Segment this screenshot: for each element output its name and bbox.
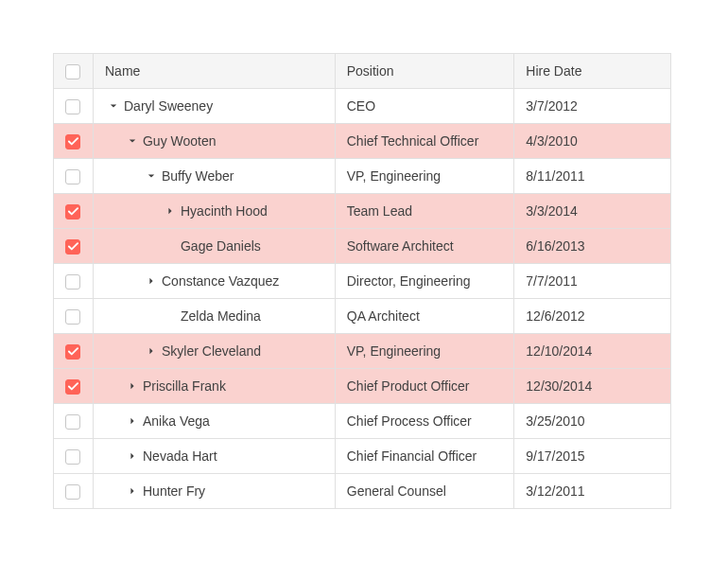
hire-date-cell: 8/11/2011 <box>514 159 671 194</box>
table-row[interactable]: Nevada HartChief Financial Officer9/17/2… <box>54 439 671 474</box>
row-checkbox[interactable] <box>65 134 80 149</box>
table-row[interactable]: Hyacinth HoodTeam Lead3/3/2014 <box>54 194 671 229</box>
row-checkbox-cell <box>54 334 94 369</box>
hire-date-cell: 3/7/2012 <box>514 89 671 124</box>
row-checkbox-cell <box>54 159 94 194</box>
name-cell: Nevada Hart <box>93 439 335 474</box>
expand-icon[interactable] <box>147 346 156 356</box>
name-cell: Hyacinth Hood <box>93 194 335 229</box>
table-row[interactable]: Zelda MedinaQA Architect12/6/2012 <box>54 299 671 334</box>
position-cell: Chief Process Officer <box>335 404 514 439</box>
hire-date-cell: 9/17/2015 <box>514 439 671 474</box>
name-cell: Buffy Weber <box>93 159 335 194</box>
employee-name: Skyler Cleveland <box>162 343 261 359</box>
hire-date-cell: 3/25/2010 <box>514 404 671 439</box>
name-cell: Constance Vazquez <box>93 264 335 299</box>
row-checkbox[interactable] <box>65 449 80 465</box>
expand-icon[interactable] <box>147 276 156 286</box>
position-cell: Chief Financial Officer <box>335 439 514 474</box>
position-cell: Team Lead <box>335 194 514 229</box>
name-cell: Daryl Sweeney <box>93 89 335 124</box>
name-cell: Priscilla Frank <box>93 369 335 404</box>
table-row[interactable]: Anika VegaChief Process Officer3/25/2010 <box>54 404 671 439</box>
row-checkbox-cell <box>54 229 94 264</box>
row-checkbox[interactable] <box>65 239 80 255</box>
expand-icon[interactable] <box>128 381 137 391</box>
name-cell: Skyler Cleveland <box>93 334 335 369</box>
name-cell: Gage Daniels <box>93 229 335 264</box>
expand-icon[interactable] <box>128 451 137 461</box>
employee-name: Daryl Sweeney <box>124 98 213 114</box>
row-checkbox[interactable] <box>65 274 80 290</box>
hire-date-cell: 12/10/2014 <box>514 334 671 369</box>
table-body: Daryl SweeneyCEO3/7/2012Guy WootenChief … <box>54 89 671 509</box>
header-checkbox-cell <box>54 54 94 89</box>
header-hire[interactable]: Hire Date <box>514 54 671 89</box>
row-checkbox[interactable] <box>65 204 80 220</box>
header-row: Name Position Hire Date <box>54 54 671 89</box>
row-checkbox-cell <box>54 474 94 509</box>
table-row[interactable]: Buffy WeberVP, Engineering8/11/2011 <box>54 159 671 194</box>
employee-name: Guy Wooten <box>143 133 217 149</box>
position-cell: Director, Engineering <box>335 264 514 299</box>
row-checkbox[interactable] <box>65 99 80 114</box>
header-name[interactable]: Name <box>93 54 335 89</box>
table-row[interactable]: Priscilla FrankChief Product Officer12/3… <box>54 369 671 404</box>
row-checkbox-cell <box>54 89 94 124</box>
hire-date-cell: 7/7/2011 <box>514 264 671 299</box>
table-row[interactable]: Guy WootenChief Technical Officer4/3/201… <box>54 124 671 159</box>
position-cell: VP, Engineering <box>335 159 514 194</box>
select-all-checkbox[interactable] <box>65 64 80 79</box>
employee-name: Zelda Medina <box>181 308 261 324</box>
name-cell: Guy Wooten <box>93 124 335 159</box>
row-checkbox[interactable] <box>65 309 80 325</box>
row-checkbox-cell <box>54 299 94 334</box>
row-checkbox[interactable] <box>65 414 80 430</box>
tree-list-table: Name Position Hire Date Daryl SweeneyCEO… <box>53 53 671 509</box>
hire-date-cell: 3/3/2014 <box>514 194 671 229</box>
name-cell: Anika Vega <box>93 404 335 439</box>
collapse-icon[interactable] <box>128 136 137 146</box>
employee-name: Gage Daniels <box>181 238 261 254</box>
position-cell: VP, Engineering <box>335 334 514 369</box>
row-checkbox-cell <box>54 404 94 439</box>
hire-date-cell: 6/16/2013 <box>514 229 671 264</box>
position-cell: Chief Technical Officer <box>335 124 514 159</box>
employee-name: Nevada Hart <box>143 448 217 464</box>
employee-name: Hyacinth Hood <box>181 203 268 219</box>
expand-icon[interactable] <box>128 486 137 496</box>
row-checkbox[interactable] <box>65 344 80 360</box>
row-checkbox[interactable] <box>65 484 80 500</box>
expand-icon[interactable] <box>128 416 137 426</box>
expand-icon[interactable] <box>165 206 175 216</box>
hire-date-cell: 12/30/2014 <box>514 369 671 404</box>
table-row[interactable]: Skyler ClevelandVP, Engineering12/10/201… <box>54 334 671 369</box>
employee-name: Priscilla Frank <box>143 378 226 394</box>
row-checkbox[interactable] <box>65 169 80 184</box>
table-row[interactable]: Daryl SweeneyCEO3/7/2012 <box>54 89 671 124</box>
table-row[interactable]: Constance VazquezDirector, Engineering7/… <box>54 264 671 299</box>
employee-name: Hunter Fry <box>143 483 205 499</box>
row-checkbox-cell <box>54 194 94 229</box>
collapse-icon[interactable] <box>147 171 156 181</box>
employee-name: Constance Vazquez <box>162 273 279 289</box>
row-checkbox-cell <box>54 124 94 159</box>
hire-date-cell: 4/3/2010 <box>514 124 671 159</box>
collapse-icon[interactable] <box>109 101 118 111</box>
position-cell: Chief Product Officer <box>335 369 514 404</box>
hire-date-cell: 12/6/2012 <box>514 299 671 334</box>
table-row[interactable]: Gage DanielsSoftware Architect6/16/2013 <box>54 229 671 264</box>
row-checkbox[interactable] <box>65 379 80 395</box>
name-cell: Zelda Medina <box>93 299 335 334</box>
header-position[interactable]: Position <box>335 54 514 89</box>
position-cell: CEO <box>335 89 514 124</box>
row-checkbox-cell <box>54 264 94 299</box>
position-cell: QA Architect <box>335 299 514 334</box>
table-row[interactable]: Hunter FryGeneral Counsel3/12/2011 <box>54 474 671 509</box>
row-checkbox-cell <box>54 369 94 404</box>
row-checkbox-cell <box>54 439 94 474</box>
position-cell: Software Architect <box>335 229 514 264</box>
employee-name: Anika Vega <box>143 413 210 429</box>
employee-name: Buffy Weber <box>162 168 234 184</box>
position-cell: General Counsel <box>335 474 514 509</box>
